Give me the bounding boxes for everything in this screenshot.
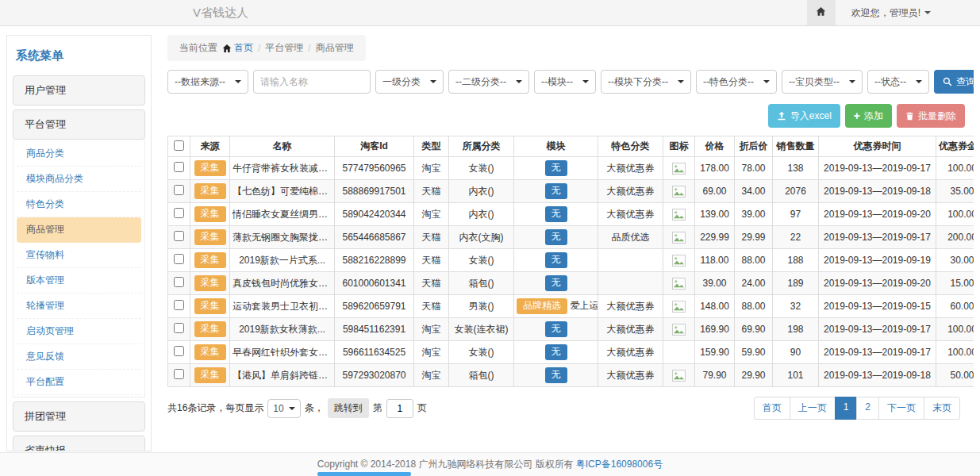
cell-taoke-id: 596611634525 xyxy=(335,341,414,364)
import-excel-button[interactable]: 导入excel xyxy=(768,104,840,128)
sidebar-subitem[interactable]: 宣传物料 xyxy=(17,243,141,268)
cell-name: 2019新款女秋薄款... xyxy=(230,318,335,341)
product-thumbnail-icon xyxy=(672,255,686,267)
filter-select[interactable]: --模块-- xyxy=(534,70,596,94)
cell-coupon-amount: 35.00 xyxy=(936,180,974,203)
data-source-select[interactable]: --数据来源-- xyxy=(167,70,248,94)
filter-select[interactable]: 一级分类 xyxy=(375,70,444,94)
home-button[interactable] xyxy=(807,0,836,25)
page-button[interactable]: 下一页 xyxy=(878,397,924,420)
row-checkbox[interactable] xyxy=(174,185,184,195)
row-checkbox[interactable] xyxy=(174,254,184,264)
table-row: 采集 2019新款一片式系... 588216228899 天猫 女装() 无 xyxy=(168,249,974,272)
table-header-cell: 类型 xyxy=(414,136,449,157)
cell-name: 薄款无钢圈文胸聚拢性... xyxy=(230,226,335,249)
page-button[interactable]: 1 xyxy=(835,397,858,420)
cell-name: 【港风】单肩斜跨链条... xyxy=(230,364,335,387)
product-thumbnail-icon xyxy=(672,209,686,221)
table-header-cell: 折后价 xyxy=(735,136,773,157)
sidebar-group-platform[interactable]: 平台管理 xyxy=(13,109,145,140)
toolbar: 导入excel + 添加 批量删除 xyxy=(167,104,965,128)
chevron-down-icon xyxy=(678,80,684,83)
cell-taoke-id: 588216228899 xyxy=(335,249,414,272)
row-checkbox[interactable] xyxy=(174,277,184,287)
sidebar-group-users[interactable]: 用户管理 xyxy=(13,75,145,106)
jump-page-input[interactable] xyxy=(386,399,413,418)
breadcrumb-home-link[interactable]: 首页 xyxy=(222,41,253,55)
table-row: 采集 早春网红针织外套女春... 596611634525 淘宝 女装() 无 … xyxy=(168,341,974,364)
cell-sales: 97 xyxy=(773,203,819,226)
sidebar-subitem[interactable]: 启动页管理 xyxy=(17,319,141,344)
cell-category: 内衣() xyxy=(449,203,514,226)
sidebar-group[interactable]: 省惠快报 xyxy=(13,436,145,451)
sidebar-subitem[interactable]: 特色分类 xyxy=(17,192,141,217)
cell-icon xyxy=(663,203,695,226)
page-button[interactable]: 上一页 xyxy=(790,397,836,420)
row-checkbox[interactable] xyxy=(174,369,184,379)
table-header-cell: 价格 xyxy=(695,136,735,157)
filter-select[interactable]: --模块下分类-- xyxy=(601,70,691,94)
row-checkbox[interactable] xyxy=(174,323,184,333)
cell-feature xyxy=(598,249,663,272)
table-header-cell: 所属分类 xyxy=(449,136,514,157)
sidebar-subitem[interactable]: 版本管理 xyxy=(17,268,141,294)
horizontal-scrollbar-thumb[interactable] xyxy=(317,472,411,476)
table-row: 采集 薄款无钢圈文胸聚拢性... 565446685867 天猫 内衣(文胸) … xyxy=(168,226,974,249)
page-button[interactable]: 2 xyxy=(856,397,879,420)
select-all-checkbox[interactable] xyxy=(174,140,184,151)
cell-icon xyxy=(663,295,695,318)
filter-select[interactable]: --状态-- xyxy=(867,70,929,94)
cell-category: 内衣() xyxy=(449,180,514,203)
filter-select[interactable]: --特色分类-- xyxy=(696,70,777,94)
per-page-select[interactable]: 10 xyxy=(267,399,300,418)
module-none-badge: 无 xyxy=(545,183,567,199)
row-checkbox[interactable] xyxy=(174,162,184,172)
cell-type: 淘宝 xyxy=(414,203,449,226)
cell-module: 无 xyxy=(514,249,598,272)
cell-price: 169.90 xyxy=(695,318,735,341)
cell-category: 男装() xyxy=(449,295,514,318)
chevron-down-icon xyxy=(849,80,855,83)
cell-module: 无 xyxy=(514,341,598,364)
sidebar-subitem[interactable]: 轮播管理 xyxy=(17,294,141,319)
sidebar-subitem[interactable]: 模块商品分类 xyxy=(17,167,141,192)
filter-select[interactable]: --宝贝类型-- xyxy=(782,70,863,94)
batch-delete-button[interactable]: 批量删除 xyxy=(897,104,965,128)
table-header-cell: 来源 xyxy=(190,136,230,157)
module-none-badge: 无 xyxy=(545,321,567,337)
cell-module: 无 xyxy=(514,157,598,180)
page-button[interactable]: 首页 xyxy=(754,397,790,420)
row-checkbox[interactable] xyxy=(174,346,184,356)
search-button[interactable]: 查询 xyxy=(934,70,974,94)
name-search-input[interactable] xyxy=(253,70,371,94)
sidebar-subitem[interactable]: 意见反馈 xyxy=(17,344,141,370)
sidebar-subitem[interactable]: 平台配置 xyxy=(17,370,141,395)
row-checkbox[interactable] xyxy=(174,231,184,241)
add-button[interactable]: + 添加 xyxy=(845,104,892,128)
user-menu[interactable]: 欢迎您，管理员! xyxy=(836,0,980,25)
cell-name: 真皮钱包时尚优雅女士... xyxy=(230,272,335,295)
row-checkbox[interactable] xyxy=(174,300,184,310)
cell-coupon-amount: 100.00 xyxy=(936,157,974,180)
sidebar-subitem[interactable]: 商品分类 xyxy=(17,141,141,167)
pagination: 共16条记录，每页显示 10 条， 跳转到 第 页 首页 上一页 1 xyxy=(167,397,965,420)
sidebar-title: 系统菜单 xyxy=(13,42,145,71)
cell-coupon-time: 2019-09-13—2019-09-17 xyxy=(819,341,936,364)
page-button[interactable]: 末页 xyxy=(924,397,960,420)
sidebar-subitem[interactable]: 商品管理 xyxy=(17,217,141,243)
cell-icon xyxy=(663,364,695,387)
welcome-text: 欢迎您，管理员! xyxy=(851,6,920,20)
cell-price: 178.00 xyxy=(695,157,735,180)
cell-sales: 189 xyxy=(773,272,819,295)
breadcrumb: 当前位置 首页 / 平台管理 / 商品管理 xyxy=(167,35,366,61)
cell-price: 118.00 xyxy=(695,249,735,272)
icp-link[interactable]: 粤ICP备16098006号 xyxy=(576,458,663,471)
table-header-cell: 优惠券金额 xyxy=(936,136,974,157)
jump-to-button[interactable]: 跳转到 xyxy=(328,398,369,418)
cell-icon xyxy=(663,249,695,272)
filter-select[interactable]: --二级分类-- xyxy=(448,70,529,94)
sidebar-subitem-label: 商品分类 xyxy=(26,148,64,159)
sidebar-group[interactable]: 拼团管理 xyxy=(13,401,145,432)
row-checkbox[interactable] xyxy=(174,208,184,218)
cell-discount-price: 29.99 xyxy=(735,226,773,249)
